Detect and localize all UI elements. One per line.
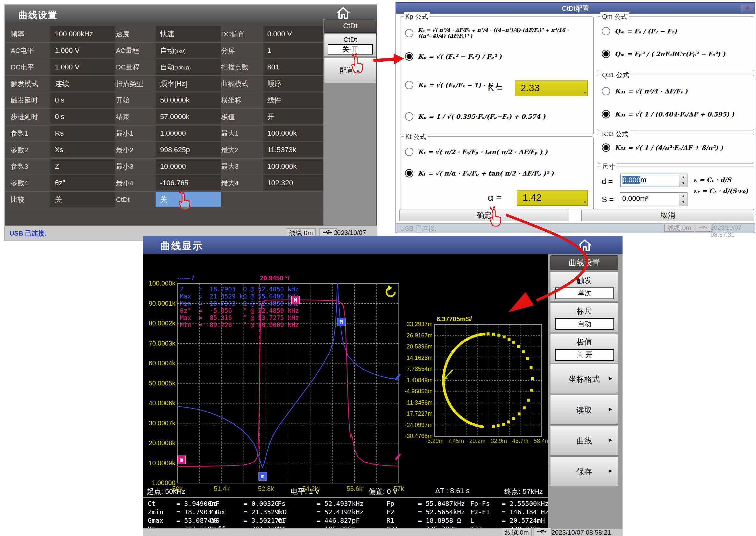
settings-value[interactable]: 1.00000 [156,125,221,141]
s-input[interactable]: 0.000m² [620,192,680,205]
close-icon[interactable]: ✕ [741,4,754,13]
sidebar-button-标尺[interactable]: 标尺自动 [550,302,618,332]
result-cell-F2: F2= 52.5654kHz [386,508,465,516]
sidebar-button-坐标格式[interactable]: 坐标格式► [550,364,618,394]
dialog-titlebar[interactable]: CtDt配置 ✕ [396,3,755,14]
settings-value-ctdt-highlight[interactable]: 关 [156,192,221,207]
settings-value[interactable]: 1.000 V [50,59,115,75]
d-spinner[interactable]: ▲ ▼ [679,174,688,187]
kt-option-1[interactable]: Kₜ = √( π/2 · Fₛ/Fₚ · tan( π/2 · ΔF/Fₚ )… [400,144,591,160]
arrow-right-icon: ► [608,406,613,413]
cable-status-c: 线缆:0m [502,528,532,536]
sidebar-button-保存[interactable]: 保存► [550,456,618,486]
qm-radio-1[interactable] [602,27,610,35]
ok-button[interactable]: 确定 [399,210,569,221]
settings-value[interactable]: 10.0000 [156,159,221,174]
ctdt-config-button[interactable]: 配置 ► [324,58,377,83]
settings-value[interactable]: 100.000kHz [50,26,115,42]
kp-radio-3[interactable] [405,81,414,89]
settings-value[interactable]: 1 [263,43,327,58]
kp-radio-2-selected[interactable] [405,52,414,61]
settings-value[interactable]: 自动(100kΩ) [156,59,221,75]
q31-radio-1[interactable] [602,87,610,95]
settings-value[interactable]: 0 s [50,92,115,108]
home-icon[interactable] [335,6,351,20]
circle-y-tick: 1.40849m [403,377,433,384]
button-toggle-state: 自动 [555,318,614,330]
refresh-icon[interactable] [384,285,398,299]
settings-value[interactable]: 关 [50,192,115,207]
arrow-right-icon: ► [608,468,613,474]
result-cell-Dt: Dt= 0.00326 [209,500,279,507]
settings-value[interactable]: 57.0000k [156,109,221,124]
settings-value[interactable]: 801 [263,59,327,75]
settings-value[interactable]: -106.765 [156,175,221,190]
result-cell-F1: F1= 52.4192kHz [278,508,364,516]
sidebar-button-触发[interactable]: 触发单次 [550,272,618,301]
q31-radio-2-selected[interactable] [602,110,610,118]
settings-value[interactable]: 顺序 [263,76,327,91]
arrow-right-icon: ► [608,375,613,382]
settings-value[interactable]: 100.000k [263,159,327,174]
k33-radio-1-selected[interactable] [602,144,610,152]
settings-label: 步进延时 [8,109,52,124]
s-spinner[interactable]: ▲ ▼ [679,192,688,206]
kt-radio-2-selected[interactable] [405,169,414,178]
settings-value[interactable]: 50.0000k [156,92,221,108]
d-input[interactable]: 0.000m [620,174,681,187]
settings-value[interactable]: Z [50,159,115,174]
kp-option-1[interactable]: Kₚ = √( π²/4 · ΔF/Fₛ + π²/4 · ((4−π²)/4)… [400,23,591,43]
settings-label: CtDt [113,192,157,207]
alpha-coefficient-dropdown[interactable]: 1.42▾ [517,190,588,206]
q31-option-2[interactable]: K₃₁ = √( 1 / (0.404·Fₛ/ΔF + 0.595) ) [597,104,751,124]
kp-radio-4[interactable] [405,112,414,121]
kt-group-label: Kt 公式 [404,132,428,141]
settings-value[interactable]: 开 [263,109,327,124]
kt-option-2[interactable]: Kₜ = √( π/α · Fₛ/Fₚ + tan( π/2 · ΔF/Fₚ )… [400,163,591,183]
qm-option-1[interactable]: Qₘ = Fₛ / (F₂ − F₁) [597,23,751,40]
settings-value[interactable]: 11.5373k [263,142,327,157]
result-cell-Zmin: Zmin= 18.7903 Ω [148,508,219,516]
settings-value[interactable]: θz° [50,175,115,190]
settings-value[interactable]: 快速 [156,26,221,42]
sidebar-button-读取[interactable]: 读取► [550,395,618,425]
settings-value[interactable]: 频率[Hz] [156,76,221,91]
usb-icon-dim [696,224,712,232]
settings-label: 最大3 [218,159,264,174]
settings-value[interactable]: 连续 [50,76,115,91]
settings-label: 扫描类型 [113,76,157,91]
cancel-button[interactable]: 取消 [581,210,754,221]
q31-formula-2: K₃₁ = √( 1 / (0.404·Fₛ/ΔF + 0.595) ) [615,111,734,118]
qm-radio-2-selected[interactable] [602,50,610,58]
circle-y-tick: -11.3456m [403,399,433,406]
settings-value[interactable]: Xs [50,142,115,157]
main-y-tick: 100.000k [145,280,175,287]
settings-value[interactable]: 线性 [263,92,327,108]
settings-value[interactable]: Rs [50,125,115,141]
settings-value[interactable]: 0 s [50,109,115,124]
qm-option-2[interactable]: Qₘ = Fₚ² / ( 2πFₛRCᴛ(Fₚ² − Fₛ²) ) [597,44,751,64]
settings-value[interactable]: 0.000 V [263,26,327,42]
k33-option-1[interactable]: K₃₃ = √( 1 / (4/π²·Fₛ/ΔF + 8/π²) ) [597,137,751,158]
settings-value[interactable]: 1.000 V [50,43,115,58]
q31-option-1[interactable]: K₃₁ = √( π²/4 · ΔF/Fₛ ) [597,82,751,100]
sidebar-button-曲线[interactable]: 曲线► [550,426,618,455]
kp-option-4[interactable]: Kₚ = 1 / √( 0.395·Fₛ/(Fₚ−Fₛ) + 0.574 ) [400,108,591,125]
home-icon-c[interactable] [577,239,593,252]
settings-value[interactable]: 102.320 [263,175,327,190]
kp-radio-1[interactable] [405,29,414,37]
k-coefficient-dropdown[interactable]: 2.33▾ [515,81,588,96]
footer-stat: 偏置: 0 V [369,487,397,496]
kt-radio-1[interactable] [405,148,414,156]
button-toggle-state: 单次 [555,287,614,299]
circle-x-tick: -5.29m [424,438,445,445]
settings-value[interactable]: 998.625p [156,142,221,157]
sidebar-button-极值[interactable]: 极值关-开 [550,333,618,363]
kp-option-2[interactable]: Kₚ = √( (Fₚ² − Fₛ²) / Fₚ² ) [400,48,591,65]
settings-value[interactable]: 100.000k [263,125,327,141]
ctdt-toggle-button[interactable]: CtDt 关-开 [324,34,377,57]
footer-stat: 电平: 1 V [291,487,320,496]
datetime-b: 2023/10/07 08:57:31 [710,224,755,239]
button-title: 极值 [551,337,618,347]
settings-value[interactable]: 自动(1kΩ) [156,43,221,58]
